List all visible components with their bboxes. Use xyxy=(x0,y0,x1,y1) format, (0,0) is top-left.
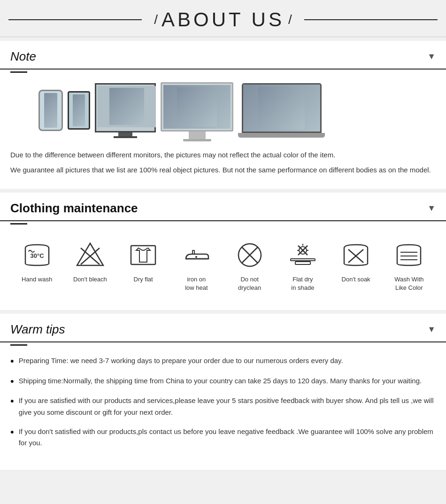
imac-image xyxy=(177,87,217,127)
note-section-title: Note xyxy=(10,49,36,64)
care-icon-no-bleach: Don't bleach xyxy=(67,239,114,284)
imac-base xyxy=(183,139,211,141)
care-icon-handwash: 30°C Hand wash xyxy=(14,239,61,284)
flat-dry-shade-icon xyxy=(289,241,317,269)
tip-text-4: If you don't satisfied with our products… xyxy=(19,426,436,450)
note-section: Note ▼ xyxy=(0,41,446,189)
no-bleach-icon-box xyxy=(74,239,107,271)
clothing-content: 30°C Hand wash Don't bleach xyxy=(0,225,446,310)
iron-icon xyxy=(182,241,210,269)
device-imac xyxy=(161,82,233,139)
monitor-stand xyxy=(118,132,132,136)
no-soak-icon xyxy=(342,241,370,269)
phone1-image xyxy=(44,93,57,128)
wash-like-color-label: Wash WithLike Color xyxy=(394,275,423,292)
svg-point-7 xyxy=(195,256,197,258)
header-slash-left: / xyxy=(154,12,158,27)
no-dryclean-label: Do notdryclean xyxy=(238,275,261,292)
handwash-icon: 30°C xyxy=(23,241,51,269)
tip-text-3: If you are satisfied with our products a… xyxy=(19,395,436,419)
no-soak-label: Don't soak xyxy=(342,275,370,284)
dry-flat-label: Dry flat xyxy=(134,275,153,284)
svg-rect-19 xyxy=(291,259,315,261)
svg-marker-1 xyxy=(77,243,103,265)
tips-content: Preparing Time: we need 3-7 working days… xyxy=(0,346,446,470)
tips-list: Preparing Time: we need 3-7 working days… xyxy=(10,355,436,449)
clothing-section: Clothing maintenance ▼ 30°C Hand wash xyxy=(0,193,446,310)
phone-frame-2 xyxy=(68,91,90,130)
no-bleach-icon xyxy=(76,241,104,269)
handwash-icon-box: 30°C xyxy=(21,239,54,271)
note-text-1: Due to the difference between different … xyxy=(10,149,436,161)
flat-dry-shade-icon-box xyxy=(286,239,319,271)
wash-like-color-icon xyxy=(395,241,423,269)
clothing-section-title: Clothing maintenance xyxy=(10,201,138,216)
device-phone2 xyxy=(68,91,90,130)
tips-section-header[interactable]: Warm tips ▼ xyxy=(0,314,446,342)
clothing-section-header[interactable]: Clothing maintenance ▼ xyxy=(0,193,446,221)
monitor-image xyxy=(109,88,144,125)
svg-rect-20 xyxy=(295,262,310,264)
tips-section: Warm tips ▼ Preparing Time: we need 3-7 … xyxy=(0,314,446,470)
device-laptop xyxy=(238,83,325,138)
dry-flat-icon-box xyxy=(127,239,160,271)
phone-frame-1 xyxy=(38,90,63,131)
device-monitor xyxy=(95,83,156,138)
laptop-img-content xyxy=(258,87,304,129)
imac-wrapper xyxy=(161,82,233,139)
clothing-section-arrow: ▼ xyxy=(427,203,436,213)
monitor-screen xyxy=(98,86,156,127)
page-title: ABOUT US xyxy=(161,8,285,31)
note-section-header[interactable]: Note ▼ xyxy=(0,41,446,70)
care-icon-iron: iron onlow heat xyxy=(173,239,220,292)
tips-section-title: Warm tips xyxy=(10,322,65,337)
wash-like-color-icon-box xyxy=(392,239,425,271)
header-slash-right: / xyxy=(288,12,292,27)
tip-item-3: If you are satisfied with our products a… xyxy=(10,395,436,419)
tip-text-1: Preparing Time: we need 3-7 working days… xyxy=(19,355,343,367)
note-text-2: We guarantee all pictures that we list a… xyxy=(10,164,436,176)
tip-text-2: Shipping time:Normally, the shipping tim… xyxy=(19,375,422,387)
care-icon-flat-dry-shade: Flat dryin shade xyxy=(279,239,326,292)
dry-flat-icon xyxy=(129,241,157,269)
care-icon-no-dryclean: Do notdryclean xyxy=(226,239,273,292)
care-icon-wash-like-color: Wash WithLike Color xyxy=(385,239,432,292)
no-soak-icon-box xyxy=(339,239,372,271)
device-phone1 xyxy=(38,90,63,131)
care-icon-dry-flat: Dry flat xyxy=(120,239,167,284)
laptop-bottom xyxy=(238,133,325,138)
note-content: Due to the difference between different … xyxy=(0,73,446,189)
header-line-left xyxy=(8,19,142,20)
no-dryclean-icon-box xyxy=(233,239,266,271)
laptop-screen xyxy=(242,83,322,133)
no-bleach-label: Don't bleach xyxy=(73,275,107,284)
imac-neck xyxy=(189,132,206,139)
handwash-label: Hand wash xyxy=(22,275,52,284)
care-icons-row: 30°C Hand wash Don't bleach xyxy=(10,234,436,297)
devices-row xyxy=(10,82,436,139)
tip-item-4: If you don't satisfied with our products… xyxy=(10,426,436,450)
imac-screen xyxy=(163,85,231,129)
tip-item-2: Shipping time:Normally, the shipping tim… xyxy=(10,375,436,388)
header-line-right xyxy=(304,19,438,20)
phone2-image xyxy=(73,94,85,126)
flat-dry-shade-label: Flat dryin shade xyxy=(291,275,314,292)
note-section-arrow: ▼ xyxy=(427,52,436,62)
page-header: / ABOUT US / xyxy=(0,0,446,37)
laptop-image xyxy=(243,85,320,132)
svg-text:30°C: 30°C xyxy=(30,252,44,259)
imac-frame xyxy=(161,82,233,132)
monitor-base xyxy=(114,136,137,138)
iron-icon-box xyxy=(180,239,213,271)
iron-label: iron onlow heat xyxy=(185,275,208,292)
tip-item-1: Preparing Time: we need 3-7 working days… xyxy=(10,355,436,367)
monitor-frame xyxy=(95,83,156,132)
tips-section-arrow: ▼ xyxy=(427,325,436,334)
no-dryclean-icon xyxy=(236,241,264,269)
care-icon-no-soak: Don't soak xyxy=(332,239,379,284)
